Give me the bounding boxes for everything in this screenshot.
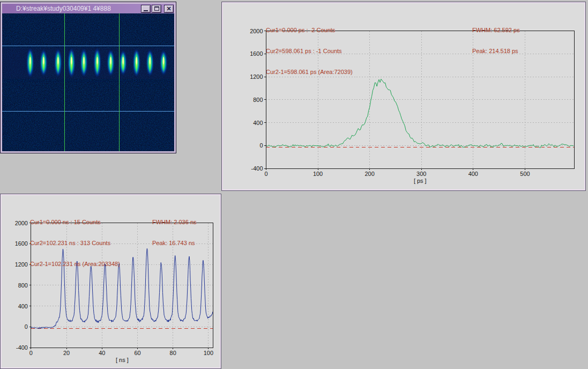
svg-text:200: 200 xyxy=(365,171,375,177)
time-profile-panel-ns: Cur1=0.000 ns : 15 Counts Cur2=102.231 n… xyxy=(0,194,221,369)
maximize-icon xyxy=(154,6,159,11)
cursor2-readout: Cur2=598.061 ps : -1 Counts xyxy=(266,48,353,55)
svg-text:400: 400 xyxy=(468,171,478,177)
image-noise xyxy=(2,13,174,151)
fwhm-readout: FWHM: 2.036 ns xyxy=(152,219,197,226)
measurement-readout-ns: FWHM: 2.036 ns Peak: 16.743 ns xyxy=(152,205,197,261)
svg-text:1200: 1200 xyxy=(15,261,28,268)
desktop: D:¥streak¥study030409¥1 4¥888 ✕ xyxy=(0,0,588,369)
peak-readout: Peak: 16.743 ns xyxy=(152,240,197,247)
svg-text:1600: 1600 xyxy=(250,50,263,57)
cursor2-readout: Cur2=102.231 ns : 313 Counts xyxy=(30,240,120,247)
window-title: D:¥streak¥study030409¥1 4¥888 xyxy=(16,5,139,12)
svg-text:500: 500 xyxy=(520,171,530,177)
x-axis-unit-label: [ ps ] xyxy=(414,178,427,184)
svg-text:80: 80 xyxy=(170,350,176,356)
streak-image xyxy=(2,13,174,151)
svg-text:300: 300 xyxy=(416,171,426,177)
cursor1-readout: Cur1=0.000 ns : 15 Counts xyxy=(30,219,120,226)
svg-text:60: 60 xyxy=(134,350,140,356)
x-axis-unit-label: [ ns ] xyxy=(116,357,129,363)
cursor-readout-ns: Cur1=0.000 ns : 15 Counts Cur2=102.231 n… xyxy=(30,205,120,282)
svg-text:20: 20 xyxy=(63,350,70,356)
streak-image-display[interactable] xyxy=(2,13,174,151)
svg-text:100: 100 xyxy=(313,171,323,177)
time-profile-panel-ps: Cur1=0.000 ps : -2 Counts Cur2=598.061 p… xyxy=(221,2,586,191)
cursor1-readout: Cur1=0.000 ps : -2 Counts xyxy=(266,27,353,34)
svg-text:100: 100 xyxy=(204,350,213,356)
svg-text:800: 800 xyxy=(253,97,263,103)
close-button[interactable]: ✕ xyxy=(164,5,174,13)
svg-text:400: 400 xyxy=(253,120,263,126)
svg-text:0: 0 xyxy=(264,171,267,177)
svg-text:-400: -400 xyxy=(251,165,263,172)
svg-text:0: 0 xyxy=(29,350,33,356)
svg-text:0: 0 xyxy=(25,323,28,330)
cursor-readout-ps: Cur1=0.000 ps : -2 Counts Cur2=598.061 p… xyxy=(266,13,353,90)
svg-text:400: 400 xyxy=(18,303,28,309)
window-title-bar[interactable]: D:¥streak¥study030409¥1 4¥888 ✕ xyxy=(2,4,174,13)
cursor-delta-readout: Cur2-1=598.061 ps (Area:72039) xyxy=(266,69,353,76)
peak-readout: Peak: 214.518 ps xyxy=(472,48,520,55)
svg-text:40: 40 xyxy=(99,350,105,356)
minimize-icon xyxy=(144,10,148,11)
svg-text:1600: 1600 xyxy=(15,240,28,247)
svg-text:0: 0 xyxy=(259,142,263,149)
svg-text:1200: 1200 xyxy=(250,73,263,80)
svg-text:-400: -400 xyxy=(16,344,28,351)
streak-image-window: D:¥streak¥study030409¥1 4¥888 ✕ xyxy=(0,2,176,153)
maximize-button[interactable] xyxy=(152,5,161,13)
minimize-button[interactable] xyxy=(141,5,151,13)
svg-text:800: 800 xyxy=(18,282,28,289)
fwhm-readout: FWHM: 62.592 ps xyxy=(472,27,520,34)
cursor-delta-readout: Cur2-1=102.231 ns (Area:203348) xyxy=(30,261,120,268)
close-icon: ✕ xyxy=(166,6,171,12)
window-controls: ✕ xyxy=(141,5,174,13)
svg-text:2000: 2000 xyxy=(15,220,28,226)
measurement-readout-ps: FWHM: 62.592 ps Peak: 214.518 ps xyxy=(472,13,520,69)
svg-text:2000: 2000 xyxy=(250,28,263,34)
